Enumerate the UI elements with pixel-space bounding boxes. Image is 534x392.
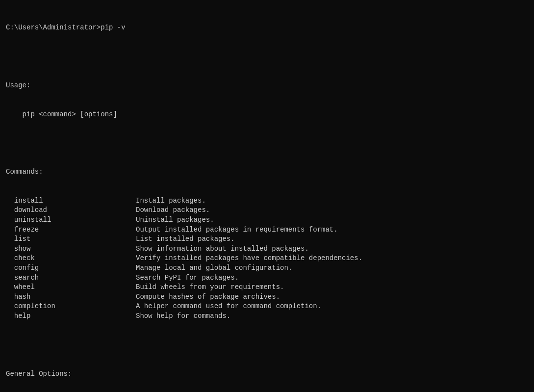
command-desc: Install packages. <box>136 196 206 206</box>
command-row: wheelBuild wheels from your requirements… <box>6 283 528 292</box>
command-name: wheel <box>6 283 136 292</box>
commands-header: Commands: <box>6 167 528 177</box>
command-name: help <box>6 312 136 321</box>
command-name: freeze <box>6 225 136 235</box>
command-row: listList installed packages. <box>6 235 528 244</box>
command-desc: Uninstall packages. <box>136 215 214 225</box>
command-row: uninstallUninstall packages. <box>6 215 528 225</box>
command-desc: Download packages. <box>136 206 210 215</box>
usage-cmd: pip <command> [options] <box>6 110 528 120</box>
commands-list: installInstall packages. downloadDownloa… <box>6 196 528 321</box>
blank-line <box>6 52 528 62</box>
blank-line3 <box>6 340 528 350</box>
command-name: check <box>6 254 136 263</box>
command-name: search <box>6 273 136 283</box>
command-desc: Show help for commands. <box>136 312 230 321</box>
command-row: installInstall packages. <box>6 196 528 206</box>
command-name: download <box>6 206 136 215</box>
command-desc: A helper command used for command comple… <box>136 302 321 312</box>
command-row: hashCompute hashes of package archives. <box>6 292 528 302</box>
command-row: completionA helper command used for comm… <box>6 302 528 312</box>
command-name: list <box>6 235 136 244</box>
terminal-window: C:\Users\Administrator>pip -v Usage: pip… <box>6 4 528 392</box>
command-name: hash <box>6 292 136 302</box>
command-desc: Verify installed packages have compatibl… <box>136 254 362 263</box>
command-name: completion <box>6 302 136 312</box>
command-desc: Output installed packages in requirement… <box>136 225 338 235</box>
command-row: configManage local and global configurat… <box>6 263 528 273</box>
command-name: uninstall <box>6 215 136 225</box>
general-options-header: General Options: <box>6 369 528 379</box>
command-desc: Search PyPI for packages. <box>136 273 239 283</box>
command-row: checkVerify installed packages have comp… <box>6 254 528 263</box>
command-desc: List installed packages. <box>136 235 235 244</box>
command-row: freezeOutput installed packages in requi… <box>6 225 528 235</box>
command-desc: Manage local and global configuration. <box>136 263 292 273</box>
command-row: showShow information about installed pac… <box>6 244 528 254</box>
prompt-line: C:\Users\Administrator>pip -v <box>6 23 528 33</box>
command-name: config <box>6 263 136 273</box>
blank-line2 <box>6 138 528 148</box>
command-row: downloadDownload packages. <box>6 206 528 215</box>
command-desc: Build wheels from your requirements. <box>136 283 284 292</box>
command-desc: Compute hashes of package archives. <box>136 292 280 302</box>
command-row: searchSearch PyPI for packages. <box>6 273 528 283</box>
command-desc: Show information about installed package… <box>136 244 309 254</box>
command-name: show <box>6 244 136 254</box>
command-row: helpShow help for commands. <box>6 312 528 321</box>
command-name: install <box>6 196 136 206</box>
usage-label: Usage: <box>6 81 528 91</box>
